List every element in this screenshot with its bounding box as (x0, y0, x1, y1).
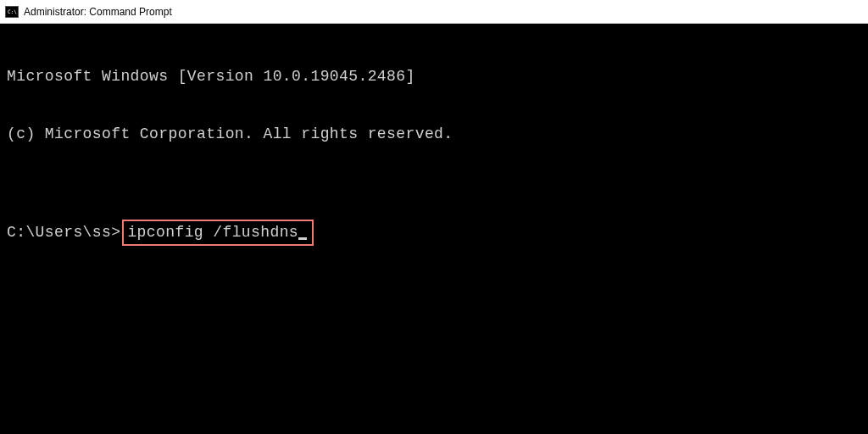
cmd-icon (5, 6, 19, 18)
window-title: Administrator: Command Prompt (24, 6, 172, 18)
copyright-line: (c) Microsoft Corporation. All rights re… (7, 125, 861, 144)
text-cursor (298, 237, 307, 240)
prompt-line: C:\Users\ss> ipconfig /flushdns (7, 220, 861, 246)
version-line: Microsoft Windows [Version 10.0.19045.24… (7, 67, 861, 86)
command-highlight: ipconfig /flushdns (122, 220, 314, 246)
window-titlebar[interactable]: Administrator: Command Prompt (0, 0, 868, 24)
command-input[interactable]: ipconfig /flushdns (127, 223, 298, 242)
terminal-body[interactable]: Microsoft Windows [Version 10.0.19045.24… (0, 24, 868, 270)
prompt-path: C:\Users\ss> (7, 223, 120, 242)
